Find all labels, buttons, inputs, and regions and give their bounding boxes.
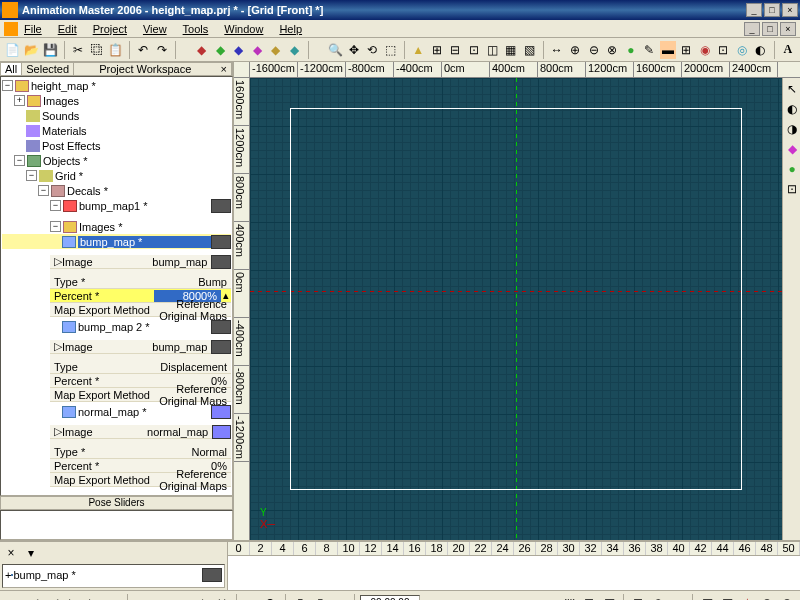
goto-start[interactable]: ⏮ — [4, 594, 22, 601]
nav-fit[interactable]: ⬚ — [383, 41, 400, 59]
tree-decals[interactable]: Decals * — [67, 185, 231, 197]
sel-a[interactable]: ▲ — [410, 41, 427, 59]
disp-shade[interactable]: ◐ — [649, 594, 667, 601]
mdi-minimize[interactable]: _ — [744, 22, 760, 36]
view-b[interactable]: ⊞ — [580, 594, 598, 601]
tool-e[interactable]: ◆ — [268, 41, 285, 59]
sel-b[interactable]: ⊞ — [429, 41, 446, 59]
vt-e[interactable]: ⊡ — [783, 180, 800, 198]
toggle[interactable]: − — [14, 155, 25, 166]
tool-c[interactable]: ◆ — [231, 41, 248, 59]
save-button[interactable]: 💾 — [42, 41, 59, 59]
play-back[interactable]: ◁ — [44, 594, 62, 601]
mode-g[interactable]: ▬ — [660, 41, 677, 59]
toggle[interactable]: − — [2, 80, 13, 91]
menu-help[interactable]: Help — [279, 23, 310, 35]
prop-image-value[interactable]: bump_map — [152, 341, 211, 353]
open-button[interactable]: 📂 — [23, 41, 40, 59]
prop-type-value[interactable]: Normal — [154, 446, 231, 458]
menu-edit[interactable]: Edit — [58, 23, 85, 35]
extra-a[interactable]: ◧ — [698, 594, 716, 601]
tl-close[interactable]: × — [2, 544, 20, 562]
tree-images[interactable]: Images — [43, 95, 231, 107]
minimize-button[interactable]: _ — [746, 3, 762, 17]
time-up[interactable]: ▴ — [422, 594, 440, 601]
key-del[interactable]: ✕ — [213, 594, 231, 601]
timeline-item[interactable]: bump_map * — [13, 569, 75, 581]
undo-button[interactable]: ↶ — [135, 41, 152, 59]
key-button[interactable]: ◆ — [193, 594, 211, 601]
mode-l[interactable]: ◐ — [752, 41, 769, 59]
etc-mode[interactable]: ETC — [163, 594, 191, 601]
tree-posteffects[interactable]: Post Effects — [42, 140, 231, 152]
mode-i[interactable]: ◉ — [697, 41, 714, 59]
tree-images2[interactable]: Images * — [79, 221, 231, 233]
toggle[interactable]: − — [38, 185, 49, 196]
close-button[interactable]: × — [782, 3, 798, 17]
redo-button[interactable]: ↷ — [153, 41, 170, 59]
cut-button[interactable]: ✂ — [70, 41, 87, 59]
selection-rect[interactable] — [290, 108, 742, 490]
vt-d[interactable]: ● — [783, 160, 800, 178]
play[interactable]: ▶ — [64, 594, 82, 601]
tab-all[interactable]: All — [1, 63, 22, 75]
mode-h[interactable]: ⊞ — [678, 41, 695, 59]
prop-export-value[interactable]: Reference Original Maps — [154, 468, 231, 492]
mdi-maximize[interactable]: □ — [762, 22, 778, 36]
tl-tab[interactable]: ▾ — [22, 544, 40, 562]
pose-sliders[interactable] — [0, 510, 233, 540]
mode-f[interactable]: ✎ — [641, 41, 658, 59]
mode-a[interactable]: ↔ — [549, 41, 566, 59]
tree-materials[interactable]: Materials — [42, 125, 231, 137]
prop-export-value[interactable]: Reference Original Maps — [154, 383, 231, 407]
prop-image-value[interactable]: bump_map — [152, 256, 211, 268]
view-a[interactable]: ⬚ — [560, 594, 578, 601]
disp-render[interactable]: ● — [669, 594, 687, 601]
prop-type-value[interactable]: Displacement — [154, 361, 231, 373]
prop-image-value[interactable]: normal_map — [147, 426, 212, 438]
tool-f[interactable]: ◆ — [286, 41, 303, 59]
extra-d[interactable]: ⊕ — [758, 594, 776, 601]
tab-selected[interactable]: Selected — [22, 63, 74, 75]
workspace-close[interactable]: × — [217, 63, 232, 75]
paste-button[interactable]: 📋 — [107, 41, 124, 59]
sel-e[interactable]: ◫ — [484, 41, 501, 59]
maximize-button[interactable]: □ — [764, 3, 780, 17]
nav-rotate[interactable]: ⟲ — [364, 41, 381, 59]
menu-project[interactable]: Project — [93, 23, 135, 35]
mode-k[interactable]: ◎ — [734, 41, 751, 59]
tool-b[interactable]: ◆ — [212, 41, 229, 59]
toggle[interactable]: − — [50, 221, 61, 232]
step-fwd[interactable]: ▷ — [84, 594, 102, 601]
copy-button[interactable]: ⿻ — [88, 41, 105, 59]
prop-export-value[interactable]: Reference Original Maps — [154, 298, 231, 322]
tree-grid[interactable]: Grid * — [55, 170, 231, 182]
tool-a[interactable]: ◆ — [194, 41, 211, 59]
extra-c[interactable]: ★ — [738, 594, 756, 601]
nav-zoom[interactable]: 🔍 — [327, 41, 344, 59]
view-c[interactable]: ▦ — [600, 594, 618, 601]
vt-b[interactable]: ◑ — [783, 120, 800, 138]
vt-arrow[interactable]: ↖ — [783, 80, 800, 98]
snap-b[interactable]: ▮ — [311, 594, 329, 601]
project-tree[interactable]: −height_map * +Images Sounds Materials P… — [0, 76, 233, 496]
frame-mode[interactable]: +F — [133, 594, 161, 601]
mode-j[interactable]: ⊡ — [715, 41, 732, 59]
goto-end[interactable]: ⏭ — [104, 594, 122, 601]
toggle[interactable]: − — [26, 170, 37, 181]
new-button[interactable]: 📄 — [4, 41, 21, 59]
sel-c[interactable]: ⊟ — [447, 41, 464, 59]
snap-c[interactable]: ▬ — [331, 594, 349, 601]
vt-c[interactable]: ◆ — [783, 140, 800, 158]
menu-view[interactable]: View — [143, 23, 175, 35]
rec-button[interactable]: ● — [242, 594, 260, 601]
tree-objects[interactable]: Objects * — [43, 155, 231, 167]
extra-e[interactable]: ⊗ — [778, 594, 796, 601]
step-back[interactable]: ◀ — [24, 594, 42, 601]
menu-window[interactable]: Window — [224, 23, 271, 35]
mode-b[interactable]: ⊕ — [567, 41, 584, 59]
mode-c[interactable]: ⊖ — [586, 41, 603, 59]
vt-a[interactable]: ◐ — [783, 100, 800, 118]
text-tool[interactable]: A — [780, 41, 797, 59]
mdi-close[interactable]: × — [780, 22, 796, 36]
